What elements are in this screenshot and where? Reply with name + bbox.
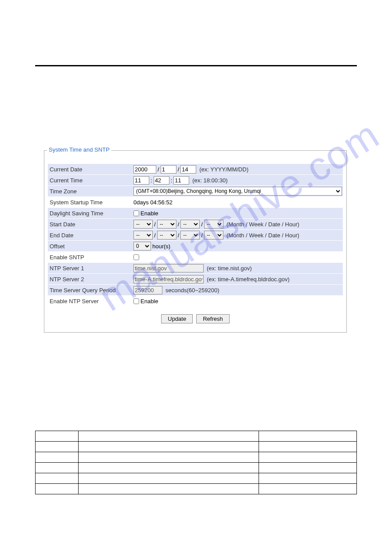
dst-check-label: Enable (140, 210, 158, 217)
label-ntp2: NTP Server 2 (48, 276, 133, 283)
select-end-hour[interactable]: -- (204, 231, 223, 239)
checkbox-ntp-server[interactable] (133, 298, 139, 304)
select-end-month[interactable]: -- (133, 231, 153, 239)
hint-current-date: (ex: YYYY/MM/DD) (199, 166, 248, 173)
sep-slash: / (154, 232, 156, 239)
row-enable-ntp-server: Enable NTP Server Enable (48, 296, 343, 306)
sep-slash: / (201, 221, 203, 228)
input-ntp1[interactable] (133, 264, 204, 272)
ntp-server-check-label: Enable (140, 298, 158, 305)
select-start-day[interactable]: -- (180, 220, 200, 229)
hint-query-period: seconds(60~259200) (165, 287, 219, 294)
divider-top (35, 65, 357, 66)
sep-colon: : (171, 177, 173, 184)
select-start-hour[interactable]: -- (204, 220, 223, 229)
label-query-period: Time Server Query Period (48, 287, 133, 294)
row-ntp1: NTP Server 1 (ex: time.nist.gov) (48, 263, 343, 273)
row-dst: Daylight Saving Time Enable (48, 208, 343, 218)
table-row (36, 463, 357, 473)
hint-ntp1: (ex: time.nist.gov) (207, 265, 252, 272)
sep-slash: / (158, 166, 159, 173)
row-end-date: End Date -- / -- / -- / -- (Month / Week… (48, 230, 343, 240)
sep-slash: / (178, 221, 180, 228)
row-current-time: Current Time : : (ex: 18:00:30) (48, 175, 343, 185)
sep-colon: : (151, 177, 152, 184)
sep-slash: / (178, 166, 180, 173)
input-ntp2[interactable] (133, 275, 204, 283)
input-day[interactable] (180, 165, 196, 174)
input-second[interactable] (173, 176, 189, 185)
table-row (36, 431, 357, 442)
hint-end-date: (Month / Week / Date / Hour) (227, 232, 299, 239)
hint-current-time: (ex: 18:00:30) (192, 177, 227, 184)
row-ntp2: NTP Server 2 (ex: time-A.timefreq.bldrdo… (48, 274, 343, 284)
label-offset: Offset (48, 243, 133, 250)
hint-start-date: (Month / Week / Date / Hour) (227, 221, 299, 228)
input-query-period[interactable] (133, 286, 162, 294)
row-enable-sntp: Enable SNTP (48, 252, 343, 262)
row-timezone: Time Zone (GMT+08:00)Beijing, Chongqing,… (48, 186, 343, 196)
select-end-day[interactable]: -- (180, 231, 200, 239)
table-row (36, 473, 357, 484)
table-row (36, 452, 357, 463)
panel-legend: System Time and SNTP (47, 146, 111, 153)
select-offset[interactable]: 0 (133, 242, 151, 250)
table-row (36, 484, 357, 494)
label-enable-sntp: Enable SNTP (48, 254, 133, 261)
value-startup-time: 0days 04:56:52 (133, 199, 343, 206)
label-end-date: End Date (48, 232, 133, 239)
row-startup-time: System Startup Time 0days 04:56:52 (48, 197, 343, 207)
label-timezone: Time Zone (48, 188, 133, 195)
hint-ntp2: (ex: time-A.timefreq.bldrdoc.gov) (207, 276, 290, 283)
refresh-button[interactable]: Refresh (196, 314, 230, 323)
input-month[interactable] (161, 165, 176, 174)
label-start-date: Start Date (48, 221, 133, 228)
input-year[interactable] (133, 165, 156, 174)
update-button[interactable]: Update (161, 314, 193, 323)
sntp-panel: System Time and SNTP Current Date / / (e… (44, 150, 347, 333)
sep-slash: / (178, 232, 180, 239)
checkbox-dst[interactable] (133, 210, 139, 216)
offset-unit: hour(s) (152, 243, 170, 250)
select-start-week[interactable]: -- (157, 220, 176, 229)
row-query-period: Time Server Query Period seconds(60~2592… (48, 285, 343, 295)
button-row: Update Refresh (48, 314, 343, 323)
label-current-time: Current Time (48, 177, 133, 184)
row-start-date: Start Date -- / -- / -- / -- (Month / We… (48, 219, 343, 229)
select-start-month[interactable]: -- (133, 220, 153, 229)
row-current-date: Current Date / / (ex: YYYY/MM/DD) (48, 164, 343, 174)
label-dst: Daylight Saving Time (48, 210, 133, 217)
select-end-week[interactable]: -- (157, 231, 176, 239)
bottom-table (35, 431, 357, 494)
label-startup-time: System Startup Time (48, 199, 133, 206)
row-offset: Offset 0 hour(s) (48, 241, 343, 251)
input-minute[interactable] (154, 176, 169, 185)
checkbox-sntp[interactable] (133, 254, 139, 260)
label-ntp1: NTP Server 1 (48, 265, 133, 272)
table-row (36, 442, 357, 452)
sep-slash: / (201, 232, 203, 239)
select-timezone[interactable]: (GMT+08:00)Beijing, Chongqing, Hong Kong… (133, 187, 342, 196)
label-enable-ntp-server: Enable NTP Server (48, 298, 133, 305)
sep-slash: / (154, 221, 156, 228)
input-hour[interactable] (133, 176, 149, 185)
label-current-date: Current Date (48, 166, 133, 173)
